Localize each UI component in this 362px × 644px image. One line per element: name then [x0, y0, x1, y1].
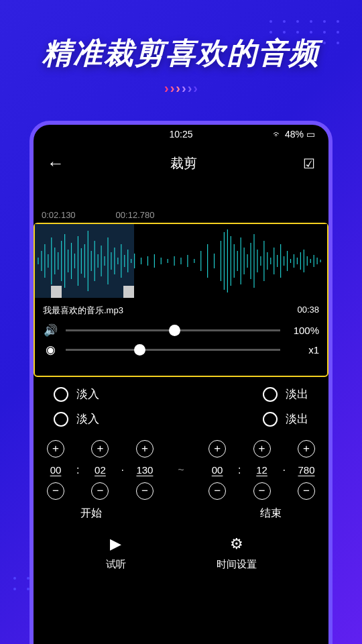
battery-text: 48% — [285, 129, 304, 140]
start-s-plus[interactable]: + — [136, 440, 154, 458]
end-s-minus[interactable]: − — [298, 482, 315, 500]
time-separator: ~ — [178, 464, 184, 476]
waveform[interactable] — [35, 224, 327, 298]
speed-slider[interactable] — [66, 349, 280, 351]
end-s[interactable]: 780 — [298, 464, 314, 476]
volume-icon: 🔊 — [43, 323, 58, 337]
start-m-plus[interactable]: + — [91, 440, 109, 458]
waveform-panel: 我最喜欢的音乐.mp3 00:38 🔊 100% ◉ x1 — [34, 223, 328, 377]
speed-icon: ◉ — [43, 343, 58, 357]
start-s-minus[interactable]: − — [136, 482, 154, 500]
start-s[interactable]: 130 — [136, 464, 153, 476]
end-s-plus[interactable]: + — [298, 440, 315, 458]
confirm-button[interactable]: ☑ — [303, 156, 315, 172]
timeline-end: 00:12.780 — [116, 210, 155, 220]
end-h-plus[interactable]: + — [208, 440, 226, 458]
file-name: 我最喜欢的音乐.mp3 — [43, 305, 123, 317]
fade-in-1[interactable]: 淡入 — [54, 386, 99, 402]
timeline-start: 0:02.130 — [42, 210, 76, 220]
phone-screen: 10:25 ᯤ48%▭ ← 裁剪 ☑ 0:02.130 00:12.780 我最… — [34, 125, 328, 644]
end-m-plus[interactable]: + — [253, 440, 271, 458]
fade-out-2[interactable]: 淡出 — [263, 411, 308, 427]
trim-handle-left[interactable] — [51, 286, 62, 298]
speed-value: x1 — [288, 344, 319, 356]
start-m[interactable]: 02 — [95, 464, 106, 476]
sliders-icon: ⚙ — [230, 535, 243, 553]
start-h-plus[interactable]: + — [47, 440, 64, 458]
start-h-minus[interactable]: − — [47, 482, 64, 500]
end-h-minus[interactable]: − — [208, 482, 226, 500]
start-time-editor: +00− : +02− · +130− — [47, 440, 154, 500]
volume-slider[interactable] — [66, 329, 280, 331]
start-m-minus[interactable]: − — [91, 482, 109, 500]
chevrons-decoration: ›››››› — [164, 80, 198, 96]
back-button[interactable]: ← — [47, 153, 64, 174]
preview-button[interactable]: ▶试听 — [106, 535, 126, 571]
play-icon: ▶ — [110, 535, 121, 553]
start-label: 开始 — [80, 506, 102, 521]
wifi-icon: ᯤ — [273, 129, 282, 140]
phone-frame: 10:25 ᯤ48%▭ ← 裁剪 ☑ 0:02.130 00:12.780 我最… — [29, 121, 333, 644]
status-bar: 10:25 ᯤ48%▭ — [34, 125, 328, 144]
fade-in-2[interactable]: 淡入 — [54, 411, 99, 427]
file-duration: 00:38 — [297, 305, 319, 317]
volume-value: 100% — [288, 325, 319, 336]
hero-title: 精准裁剪喜欢的音频 — [0, 34, 362, 73]
start-h[interactable]: 00 — [50, 464, 62, 476]
end-m-minus[interactable]: − — [253, 482, 271, 500]
time-settings-button[interactable]: ⚙时间设置 — [217, 535, 257, 571]
end-label: 结束 — [260, 506, 282, 521]
status-time: 10:25 — [169, 129, 192, 140]
end-h[interactable]: 00 — [212, 464, 223, 476]
end-time-editor: +00− : +12− · +780− — [208, 440, 315, 500]
trim-handle-right[interactable] — [123, 286, 134, 298]
battery-icon: ▭ — [306, 129, 315, 140]
end-m[interactable]: 12 — [256, 464, 267, 476]
fade-out-1[interactable]: 淡出 — [263, 386, 308, 402]
page-title: 裁剪 — [170, 154, 197, 172]
